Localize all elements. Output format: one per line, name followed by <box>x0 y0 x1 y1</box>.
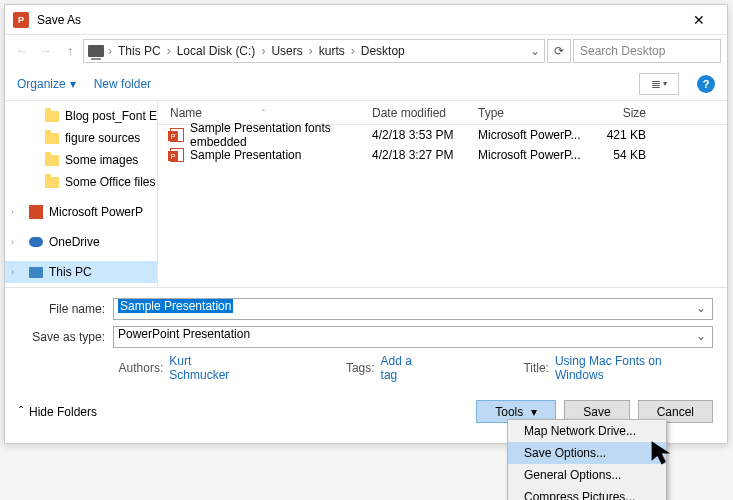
cloud-icon <box>29 237 43 247</box>
tree-item[interactable]: ›OneDrive <box>5 231 157 253</box>
file-size: 54 KB <box>598 148 658 162</box>
file-list: Name ˆ Date modified Type Size Sample Pr… <box>157 101 727 287</box>
column-header-size[interactable]: Size <box>598 106 658 120</box>
sort-indicator-icon: ˆ <box>262 108 265 118</box>
expand-icon[interactable]: › <box>11 267 14 277</box>
folder-icon <box>45 177 59 188</box>
tree-item[interactable]: Blog post_Font E <box>5 105 157 127</box>
titlebar: P Save As ✕ <box>5 5 727 35</box>
back-button[interactable]: ← <box>11 40 33 62</box>
chevron-down-icon: ▾ <box>70 77 76 91</box>
view-options-button[interactable]: ≣ ▾ <box>639 73 679 95</box>
organize-menu[interactable]: Organize ▾ <box>17 77 76 91</box>
tree-item-label: Microsoft PowerP <box>49 205 143 219</box>
tree-item[interactable]: figure sources <box>5 127 157 149</box>
tree-item[interactable]: ›This PC <box>5 261 157 283</box>
tree-item-label: figure sources <box>65 131 140 145</box>
breadcrumb-segment[interactable]: Local Disk (C:) <box>175 44 258 58</box>
file-row[interactable]: Sample Presentation4/2/18 3:27 PMMicroso… <box>158 145 727 165</box>
powerpoint-file-icon <box>170 148 184 162</box>
new-folder-button[interactable]: New folder <box>94 77 151 91</box>
chevron-right-icon[interactable]: › <box>167 44 171 58</box>
organize-label: Organize <box>17 77 66 91</box>
folder-icon <box>45 133 59 144</box>
title-meta-value[interactable]: Using Mac Fonts on Windows <box>555 354 713 382</box>
filename-selected-text: Sample Presentation <box>118 299 233 313</box>
forward-button[interactable]: → <box>35 40 57 62</box>
close-button[interactable]: ✕ <box>679 7 719 33</box>
up-button[interactable]: ↑ <box>59 40 81 62</box>
tags-label: Tags: <box>346 361 375 375</box>
tools-context-menu: Map Network Drive...Save Options...Gener… <box>507 419 667 500</box>
expand-icon[interactable]: › <box>11 207 14 217</box>
file-size: 421 KB <box>598 128 658 142</box>
search-input[interactable]: Search Desktop <box>573 39 721 63</box>
folder-icon <box>45 111 59 122</box>
tree-item[interactable]: ›Microsoft PowerP <box>5 201 157 223</box>
column-header-name[interactable]: Name ˆ <box>158 106 372 120</box>
ppt-icon <box>29 205 43 219</box>
file-type: Microsoft PowerP... <box>478 128 598 142</box>
menu-item[interactable]: Save Options... <box>508 442 666 464</box>
save-form-panel: File name: Sample Presentation Save as t… <box>5 287 727 431</box>
menu-item[interactable]: Compress Pictures... <box>508 486 666 500</box>
refresh-button[interactable]: ⟳ <box>547 39 571 63</box>
tree-item-label: Some images <box>65 153 138 167</box>
savetype-label: Save as type: <box>19 330 113 344</box>
tree-item-label: OneDrive <box>49 235 100 249</box>
help-button[interactable]: ? <box>697 75 715 93</box>
file-date: 4/2/18 3:27 PM <box>372 148 478 162</box>
save-as-dialog: P Save As ✕ ← → ↑ › This PC › Local Disk… <box>4 4 728 444</box>
column-header-date[interactable]: Date modified <box>372 106 478 120</box>
tools-label: Tools <box>495 405 523 419</box>
tree-item-label: Blog post_Font E <box>65 109 157 123</box>
navigation-tree: Blog post_Font Efigure sourcesSome image… <box>5 101 157 287</box>
chevron-right-icon[interactable]: › <box>108 44 112 58</box>
menu-item[interactable]: General Options... <box>508 464 666 486</box>
address-bar-row: ← → ↑ › This PC › Local Disk (C:) › User… <box>5 35 727 67</box>
browser-body: Blog post_Font Efigure sourcesSome image… <box>5 101 727 287</box>
savetype-value: PowerPoint Presentation <box>118 327 250 341</box>
breadcrumb-segment[interactable]: Users <box>269 44 304 58</box>
tree-item-label: Some Office files <box>65 175 155 189</box>
chevron-right-icon[interactable]: › <box>351 44 355 58</box>
chevron-up-icon: ˆ <box>19 405 23 419</box>
folder-icon <box>45 155 59 166</box>
thispc-icon <box>29 267 43 278</box>
authors-value[interactable]: Kurt Schmucker <box>169 354 254 382</box>
mouse-cursor-icon <box>650 440 676 469</box>
filename-label: File name: <box>19 302 113 316</box>
breadcrumb-segment[interactable]: This PC <box>116 44 163 58</box>
menu-item[interactable]: Map Network Drive... <box>508 420 666 442</box>
breadcrumb-segment[interactable]: Desktop <box>359 44 407 58</box>
dialog-title: Save As <box>37 13 679 27</box>
authors-label: Authors: <box>119 361 164 375</box>
hide-folders-label: Hide Folders <box>29 405 97 419</box>
file-name: Sample Presentation <box>190 148 301 162</box>
hide-folders-toggle[interactable]: ˆ Hide Folders <box>19 405 97 419</box>
address-bar[interactable]: › This PC › Local Disk (C:) › Users › ku… <box>83 39 545 63</box>
toolbar: Organize ▾ New folder ≣ ▾ ? <box>5 67 727 101</box>
file-name: Sample Presentation fonts embedded <box>190 121 372 149</box>
file-type: Microsoft PowerP... <box>478 148 598 162</box>
tree-item[interactable]: Some Office files <box>5 171 157 193</box>
tree-item-label: This PC <box>49 265 92 279</box>
file-row[interactable]: Sample Presentation fonts embedded4/2/18… <box>158 125 727 145</box>
filename-input[interactable]: Sample Presentation <box>113 298 713 320</box>
chevron-right-icon[interactable]: › <box>309 44 313 58</box>
tags-value[interactable]: Add a tag <box>381 354 432 382</box>
chevron-down-icon: ▾ <box>531 405 537 419</box>
chevron-right-icon[interactable]: › <box>261 44 265 58</box>
column-header-type[interactable]: Type <box>478 106 598 120</box>
breadcrumb-segment[interactable]: kurts <box>317 44 347 58</box>
address-dropdown-icon[interactable]: ⌄ <box>530 44 540 58</box>
expand-icon[interactable]: › <box>11 237 14 247</box>
file-date: 4/2/18 3:53 PM <box>372 128 478 142</box>
tree-item[interactable]: Some images <box>5 149 157 171</box>
title-meta-label: Title: <box>523 361 549 375</box>
thispc-icon <box>88 45 104 57</box>
powerpoint-file-icon <box>170 128 184 142</box>
powerpoint-app-icon: P <box>13 12 29 28</box>
savetype-dropdown[interactable]: PowerPoint Presentation <box>113 326 713 348</box>
